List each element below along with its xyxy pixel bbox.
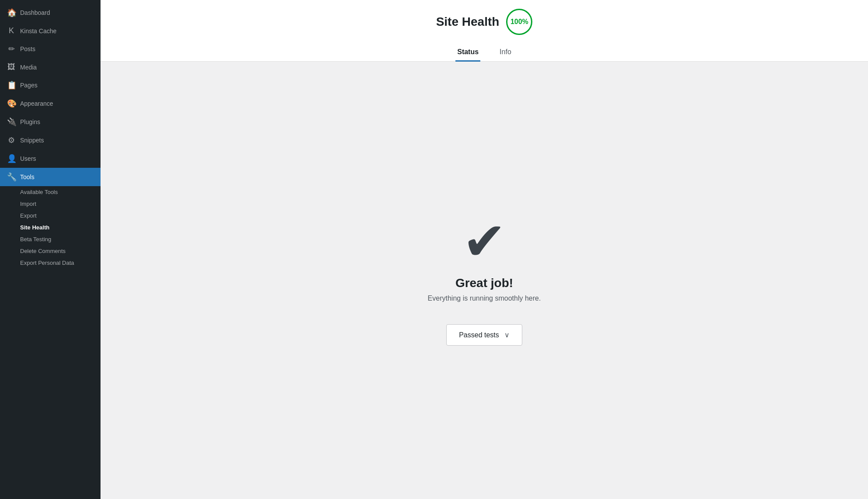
sidebar: 🏠DashboardKKinsta Cache✏Posts🖼Media📋Page…: [0, 0, 101, 499]
sidebar-sub-item-export-personal-data[interactable]: Export Personal Data: [0, 257, 101, 269]
media-icon: 🖼: [7, 62, 16, 72]
sidebar-label-dashboard: Dashboard: [20, 9, 50, 16]
tab-status[interactable]: Status: [455, 44, 480, 62]
sidebar-item-plugins[interactable]: 🔌Plugins: [0, 113, 101, 131]
appearance-icon: 🎨: [7, 99, 16, 108]
pages-icon: 📋: [7, 80, 16, 90]
sidebar-item-kinsta-cache[interactable]: KKinsta Cache: [0, 22, 101, 40]
sidebar-label-posts: Posts: [20, 45, 35, 52]
main-content: Site Health 100% StatusInfo ✔ Great job!…: [101, 0, 868, 499]
page-header: Site Health 100% StatusInfo: [101, 0, 868, 62]
sidebar-item-tools[interactable]: 🔧Tools: [0, 168, 101, 186]
sidebar-label-users: Users: [20, 155, 36, 162]
posts-icon: ✏: [7, 44, 16, 54]
sidebar-item-dashboard[interactable]: 🏠Dashboard: [0, 3, 101, 22]
sidebar-item-posts[interactable]: ✏Posts: [0, 40, 101, 58]
kinsta-cache-icon: K: [7, 26, 16, 35]
sidebar-sub-item-beta-testing[interactable]: Beta Testing: [0, 233, 101, 245]
checkmark-icon: ✔: [462, 215, 507, 267]
health-score-badge: 100%: [506, 9, 532, 35]
sidebar-label-kinsta-cache: Kinsta Cache: [20, 28, 56, 35]
sidebar-item-snippets[interactable]: ⚙Snippets: [0, 131, 101, 149]
sidebar-label-media: Media: [20, 64, 37, 71]
page-title: Site Health: [436, 15, 500, 29]
sidebar-sub-item-site-health[interactable]: Site Health: [0, 222, 101, 233]
users-icon: 👤: [7, 154, 16, 163]
sidebar-label-plugins: Plugins: [20, 118, 40, 125]
sidebar-item-appearance[interactable]: 🎨Appearance: [0, 94, 101, 113]
sidebar-item-media[interactable]: 🖼Media: [0, 58, 101, 76]
content-area: ✔ Great job! Everything is running smoot…: [101, 62, 868, 499]
great-job-title: Great job!: [455, 276, 513, 290]
chevron-down-icon: ∨: [504, 331, 510, 339]
sidebar-sub-item-export[interactable]: Export: [0, 210, 101, 222]
tab-info[interactable]: Info: [498, 44, 513, 62]
sidebar-sub-item-import[interactable]: Import: [0, 198, 101, 210]
tab-bar: StatusInfo: [455, 44, 513, 61]
sidebar-item-users[interactable]: 👤Users: [0, 149, 101, 168]
sidebar-label-tools: Tools: [20, 173, 35, 180]
passed-tests-button[interactable]: Passed tests ∨: [446, 324, 522, 346]
sidebar-item-pages[interactable]: 📋Pages: [0, 76, 101, 94]
sidebar-label-pages: Pages: [20, 82, 38, 89]
plugins-icon: 🔌: [7, 117, 16, 127]
sidebar-sub-item-available-tools[interactable]: Available Tools: [0, 186, 101, 198]
sidebar-sub-item-delete-comments[interactable]: Delete Comments: [0, 245, 101, 257]
passed-tests-label: Passed tests: [459, 331, 499, 339]
dashboard-icon: 🏠: [7, 8, 16, 17]
great-job-subtitle: Everything is running smoothly here.: [428, 295, 541, 302]
sidebar-label-appearance: Appearance: [20, 100, 53, 107]
snippets-icon: ⚙: [7, 135, 16, 145]
tools-icon: 🔧: [7, 172, 16, 182]
sidebar-label-snippets: Snippets: [20, 137, 44, 144]
